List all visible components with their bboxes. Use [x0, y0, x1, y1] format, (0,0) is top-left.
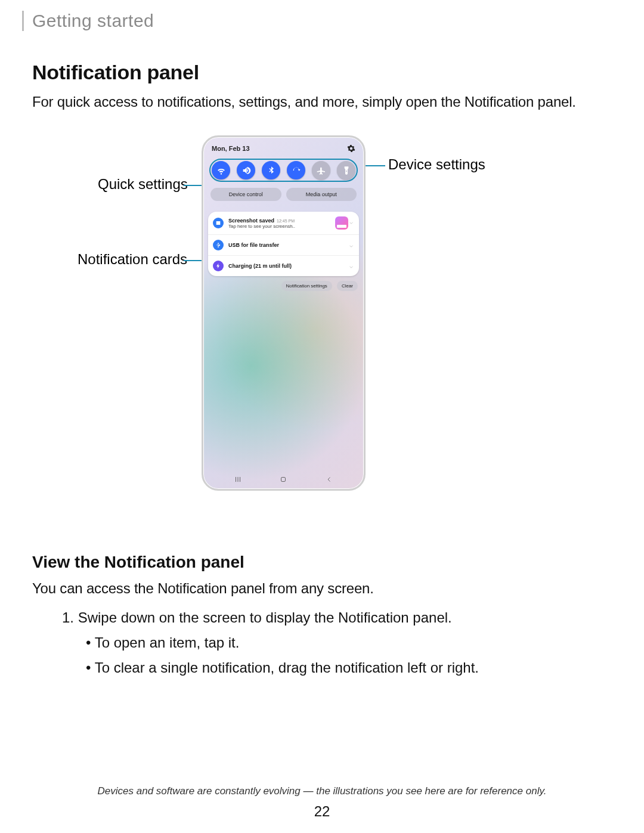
bullet-item: To open an item, tap it.	[86, 634, 612, 651]
step-item: 1. Swipe down on the screen to display t…	[62, 609, 612, 626]
card-title: USB for file transfer	[228, 242, 354, 248]
card-title: Screenshot saved	[228, 218, 274, 224]
bolt-icon	[213, 261, 224, 271]
intro-text: For quick access to notifications, setti…	[32, 92, 612, 112]
status-date: Mon, Feb 13	[212, 145, 250, 152]
callout-device-settings: Device settings	[388, 156, 485, 173]
notification-card[interactable]: USB for file transfer	[208, 235, 359, 256]
page-number: 22	[0, 803, 644, 820]
screenshot-thumbnail	[335, 216, 348, 230]
callout-line	[184, 185, 203, 186]
notification-card[interactable]: Charging (21 m until full)	[208, 256, 359, 276]
gear-icon[interactable]	[347, 144, 355, 153]
wifi-icon[interactable]	[212, 161, 230, 179]
illustration: Quick settings Notification cards Device…	[32, 135, 612, 529]
airplane-icon[interactable]	[312, 161, 330, 179]
section-heading: View the Notification panel	[32, 553, 612, 572]
chevron-down-icon[interactable]	[348, 218, 354, 224]
page-title: Notification panel	[32, 61, 612, 84]
card-time: 12:45 PM	[277, 219, 295, 223]
chapter-heading: Getting started	[22, 11, 612, 31]
callout-quick-settings: Quick settings	[98, 176, 188, 193]
notification-cards: Screenshot saved12:45 PM Tap here to see…	[208, 212, 359, 276]
footnote: Devices and software are constantly evol…	[0, 785, 644, 797]
bluetooth-icon[interactable]	[262, 161, 280, 179]
home-icon[interactable]	[278, 475, 288, 484]
chevron-down-icon[interactable]	[348, 241, 354, 247]
back-icon[interactable]	[324, 475, 334, 484]
image-icon	[213, 218, 224, 228]
phone-mock: Mon, Feb 13 Device control Media output	[202, 135, 366, 491]
callout-notification-cards: Notification cards	[78, 251, 187, 268]
flashlight-icon[interactable]	[337, 161, 355, 179]
svg-rect-0	[281, 478, 286, 482]
nav-bar	[203, 475, 364, 484]
media-output-chip[interactable]: Media output	[286, 188, 357, 201]
card-title: Charging (21 m until full)	[228, 263, 354, 269]
notification-card[interactable]: Screenshot saved12:45 PM Tap here to see…	[208, 212, 359, 235]
recents-icon[interactable]	[233, 475, 243, 484]
notification-settings-button[interactable]: Notification settings	[281, 281, 332, 291]
chevron-down-icon[interactable]	[348, 262, 354, 268]
device-control-chip[interactable]: Device control	[210, 188, 281, 201]
usb-icon	[213, 240, 224, 250]
section-body: You can access the Notification panel fr…	[32, 579, 612, 598]
quick-settings-row	[209, 159, 358, 182]
card-subtitle: Tap here to see your screensh..	[228, 224, 332, 229]
sound-icon[interactable]	[237, 161, 255, 179]
bullet-item: To clear a single notification, drag the…	[86, 659, 612, 676]
clear-button[interactable]: Clear	[337, 281, 358, 291]
rotate-icon[interactable]	[287, 161, 305, 179]
